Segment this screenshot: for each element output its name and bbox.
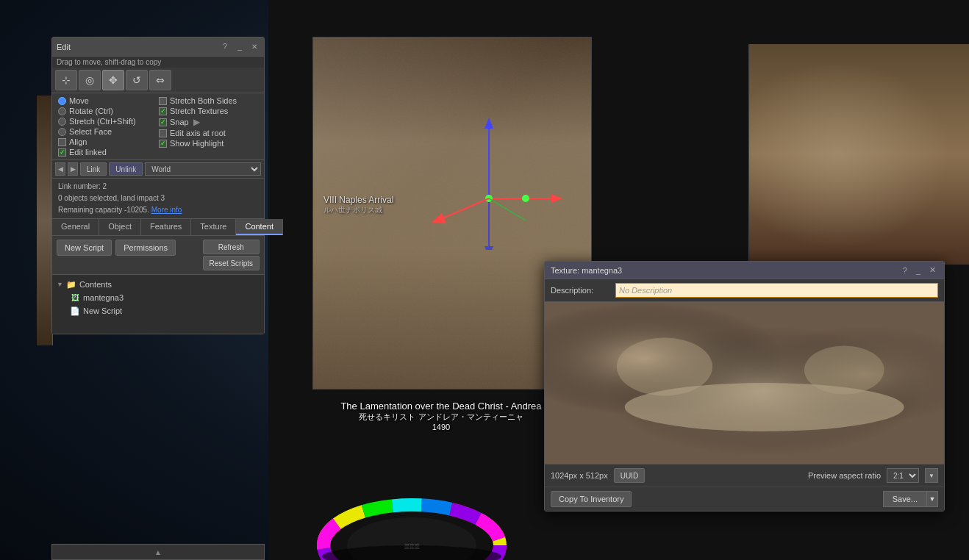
tab-object[interactable]: Object — [99, 219, 141, 235]
option-align-label: Align — [69, 137, 87, 146]
texture-window-controls: ? _ ✕ — [901, 265, 938, 275]
preview-art-svg — [545, 302, 944, 464]
option-snap[interactable]: ✓ Snap ▶ — [159, 117, 258, 127]
panel-titlebar: Edit ? _ ✕ — [52, 37, 264, 57]
preview-ratio-label: Preview aspect ratio — [808, 471, 881, 480]
texture-minimize-btn[interactable]: _ — [914, 265, 923, 275]
texture-title: Texture: mantegna3 — [551, 266, 901, 275]
tree-root-item[interactable]: ▼ 📁 Contents — [57, 278, 260, 291]
tree-item-new-script[interactable]: 📄 New Script — [70, 304, 260, 317]
remaining-capacity: Remaining capacity -10205. More info — [58, 204, 258, 216]
texture-help-btn[interactable]: ? — [901, 265, 909, 275]
option-edit-axis[interactable]: Edit axis at root — [159, 129, 258, 137]
permissions-btn[interactable]: Permissions — [115, 240, 176, 256]
reset-scripts-btn[interactable]: Reset Scripts — [203, 256, 260, 270]
option-edit-linked-label: Edit linked — [69, 148, 107, 157]
artwork-subtitle: ルハ世ナポリス城 — [323, 205, 393, 215]
link-next-btn[interactable]: ▶ — [68, 162, 78, 176]
panel-help-btn[interactable]: ? — [220, 42, 230, 52]
check-snap[interactable]: ✓ — [159, 118, 167, 126]
option-rotate-label: Rotate (Ctrl) — [69, 107, 113, 115]
option-stretch-label: Stretch (Ctrl+Shift) — [69, 117, 136, 126]
option-stretch-textures[interactable]: ✓ Stretch Textures — [159, 107, 258, 115]
content-buttons-row: New Script Permissions Refresh Reset Scr… — [52, 236, 264, 275]
color-wheel-container[interactable]: ≡≡≡ — [309, 464, 507, 560]
lamentation-subtitle: 死せるキリスト アンドレア・マンティーニャ — [305, 412, 577, 423]
link-prev-btn[interactable]: ◀ — [55, 162, 65, 176]
save-dropdown-btn[interactable]: ▼ — [926, 491, 938, 507]
svg-point-28 — [617, 337, 712, 395]
option-show-highlight[interactable]: ✓ Show Highlight — [159, 139, 258, 148]
new-script-btn[interactable]: New Script — [57, 240, 112, 256]
tabs-row: General Object Features Texture Content — [52, 219, 264, 236]
tool-stretch-btn[interactable]: ⇔ — [149, 70, 171, 90]
option-select-face-label: Select Face — [69, 127, 112, 136]
radio-stretch[interactable] — [58, 118, 66, 126]
panel-window-controls: ? _ ✕ — [220, 42, 260, 52]
status-area: Link number: 2 0 objects selected, land … — [52, 179, 264, 219]
tab-features[interactable]: Features — [141, 219, 191, 235]
copy-to-inventory-btn[interactable]: Copy To Inventory — [551, 491, 632, 507]
tool-focus-btn[interactable]: ◎ — [79, 70, 101, 90]
more-info-link[interactable]: More info — [151, 206, 182, 214]
refresh-btn[interactable]: Refresh — [203, 240, 260, 254]
tree-item-mantegna[interactable]: 🖼 mantegna3 — [70, 291, 260, 304]
option-edit-axis-label: Edit axis at root — [170, 129, 226, 137]
ratio-dropdown-btn[interactable]: ▼ — [925, 468, 938, 483]
option-edit-linked[interactable]: ✓ Edit linked — [58, 148, 157, 157]
radio-move[interactable] — [58, 97, 66, 105]
check-edit-linked[interactable]: ✓ — [58, 148, 66, 157]
texture-preview — [545, 302, 944, 464]
description-row: Description: — [545, 279, 944, 302]
tab-texture[interactable]: Texture — [191, 219, 236, 235]
collapse-arrow-icon: ▲ — [154, 548, 162, 556]
ratio-select[interactable]: 2:1 1:1 4:3 — [887, 468, 919, 483]
lamentation-title: The Lamentation over the Dead Christ - A… — [305, 401, 577, 412]
tool-select-btn[interactable]: ⊹ — [55, 70, 77, 90]
check-align[interactable] — [58, 138, 66, 146]
snap-arrow-icon[interactable]: ▶ — [193, 117, 200, 127]
option-align[interactable]: Align — [58, 137, 157, 146]
tab-general[interactable]: General — [52, 219, 99, 235]
texture-action-row: Copy To Inventory Save... ▼ — [545, 487, 944, 511]
option-move[interactable]: Move — [58, 96, 157, 105]
tool-rotate-btn[interactable]: ↺ — [126, 70, 148, 90]
toolbar: ⊹ ◎ ✥ ↺ ⇔ — [52, 68, 264, 93]
check-show-highlight[interactable]: ✓ — [159, 140, 167, 148]
check-edit-axis[interactable] — [159, 129, 167, 137]
option-stretch-both[interactable]: Stretch Both Sides — [159, 96, 258, 105]
drag-hint: Drag to move, shift-drag to copy — [52, 57, 264, 68]
panel-minimize-btn[interactable]: _ — [235, 42, 245, 52]
content-tree: ▼ 📁 Contents 🖼 mantegna3 📄 New Script — [52, 275, 264, 334]
save-btn-group: Save... ▼ — [883, 491, 938, 507]
world-select[interactable]: World Local Reference — [145, 162, 261, 176]
objects-selected: 0 objects selected, land impact 3 — [58, 193, 258, 204]
description-input[interactable] — [615, 283, 938, 298]
check-stretch-both[interactable] — [159, 97, 167, 105]
panel-collapse-bar[interactable]: ▲ — [51, 544, 265, 560]
link-btn[interactable]: Link — [80, 162, 107, 176]
texture-close-btn[interactable]: ✕ — [927, 265, 938, 275]
check-stretch-textures[interactable]: ✓ — [159, 107, 167, 115]
artwork-title: VIII Naples Arrival — [323, 195, 393, 205]
option-rotate[interactable]: Rotate (Ctrl) — [58, 107, 157, 115]
tab-content[interactable]: Content — [236, 219, 283, 235]
tree-item-mantegna-label: mantegna3 — [83, 293, 124, 302]
radio-select-face[interactable] — [58, 128, 66, 136]
uuid-btn[interactable]: UUID — [614, 468, 645, 483]
link-number: Link number: 2 — [58, 181, 258, 193]
tree-root-label: Contents — [79, 280, 112, 289]
panel-close-btn[interactable]: ✕ — [249, 42, 260, 52]
option-stretch[interactable]: Stretch (Ctrl+Shift) — [58, 117, 157, 126]
tool-move-btn[interactable]: ✥ — [102, 70, 124, 90]
radio-rotate[interactable] — [58, 107, 66, 115]
unlink-btn[interactable]: Unlink — [109, 162, 143, 176]
tree-item-new-script-label: New Script — [83, 306, 122, 315]
texture-titlebar: Texture: mantegna3 ? _ ✕ — [545, 262, 944, 279]
color-wheel-svg: ≡≡≡ — [309, 464, 515, 560]
save-btn[interactable]: Save... — [883, 491, 926, 507]
right-preview-art — [749, 44, 969, 265]
description-label: Description: — [551, 286, 609, 295]
option-select-face[interactable]: Select Face — [58, 127, 157, 136]
texture-size: 1024px x 512px — [551, 471, 608, 480]
